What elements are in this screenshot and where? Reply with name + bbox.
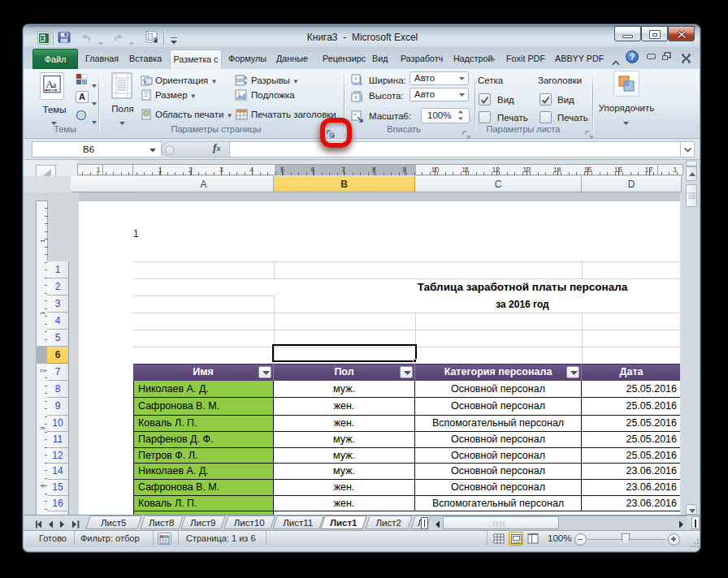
svg-text:a: a — [53, 80, 57, 89]
